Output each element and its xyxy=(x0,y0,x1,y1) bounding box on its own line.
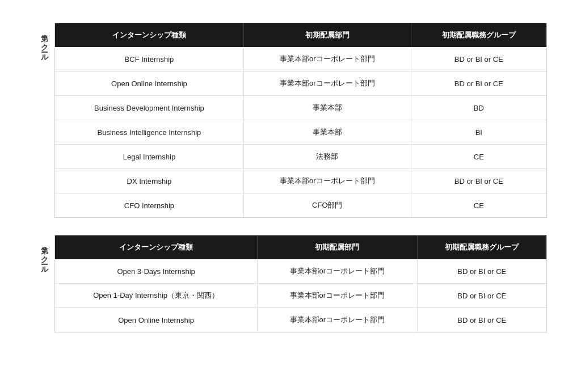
table-cell-2-0: Business Development Internship xyxy=(55,96,243,120)
table-cell-1-0: Open Online Internship xyxy=(55,71,243,96)
table-row: BCF Internship事業本部orコーポレート部門BD or BI or … xyxy=(55,47,546,71)
table-row: Open Online Internship事業本部orコーポレート部門BD o… xyxy=(55,308,546,332)
table-row: Business Development Internship事業本部BD xyxy=(55,96,546,120)
table-row: Open Online Internship事業本部orコーポレート部門BD o… xyxy=(55,71,546,96)
section-1: 第１クールインターンシップ種類初期配属部門初期配属職務グループBCF Inter… xyxy=(34,23,547,218)
table-cell-4-1: 法務部 xyxy=(243,145,411,169)
table-cell-2-2: BD xyxy=(411,96,546,120)
table-cell-1-2: BD or BI or CE xyxy=(411,71,546,96)
col-header-2: 初期配属職務グループ xyxy=(417,235,546,259)
col-header-1: 初期配属部門 xyxy=(243,23,411,47)
table-cell-6-0: CFO Internship xyxy=(55,193,243,218)
table-row: Legal Internship法務部CE xyxy=(55,145,546,169)
table-cell-3-1: 事業本部 xyxy=(243,120,411,145)
table-row: DX Internship事業本部orコーポレート部門BD or BI or C… xyxy=(55,169,546,193)
col-header-1: 初期配属部門 xyxy=(258,235,417,259)
table-cell-5-0: DX Internship xyxy=(55,169,243,193)
table-cell-0-1: 事業本部orコーポレート部門 xyxy=(243,47,411,71)
table-cell-5-2: BD or BI or CE xyxy=(411,169,546,193)
table-cell-6-1: CFO部門 xyxy=(243,193,411,218)
table-cell-2-1: 事業本部orコーポレート部門 xyxy=(258,308,417,332)
table-cell-1-1: 事業本部orコーポレート部門 xyxy=(243,71,411,96)
table-cell-2-1: 事業本部 xyxy=(243,96,411,120)
table-cell-2-0: Open Online Internship xyxy=(55,308,258,332)
table-cell-6-2: CE xyxy=(411,193,546,218)
col-header-2: 初期配属職務グループ xyxy=(411,23,546,47)
table-cell-2-2: BD or BI or CE xyxy=(417,308,546,332)
table-row: Open 3-Days Internship事業本部orコーポレート部門BD o… xyxy=(55,259,546,284)
table-row: CFO InternshipCFO部門CE xyxy=(55,193,546,218)
table-cell-0-2: BD or BI or CE xyxy=(417,259,546,284)
table-cell-1-1: 事業本部orコーポレート部門 xyxy=(258,284,417,308)
section-label-2: 第２クール xyxy=(34,235,54,276)
section-2: 第２クールインターンシップ種類初期配属部門初期配属職務グループOpen 3-Da… xyxy=(34,235,547,332)
table-cell-4-0: Legal Internship xyxy=(55,145,243,169)
table-cell-0-2: BD or BI or CE xyxy=(411,47,546,71)
table-cell-1-0: Open 1-Day Internship（東京・関西） xyxy=(55,284,258,308)
table-cell-3-2: BI xyxy=(411,120,546,145)
table-wrapper-2: インターンシップ種類初期配属部門初期配属職務グループOpen 3-Days In… xyxy=(54,235,547,332)
table-1: インターンシップ種類初期配属部門初期配属職務グループBCF Internship… xyxy=(55,23,546,217)
table-row: Open 1-Day Internship（東京・関西）事業本部orコーポレート… xyxy=(55,284,546,308)
table-cell-0-0: Open 3-Days Internship xyxy=(55,259,258,284)
table-cell-1-2: BD or BI or CE xyxy=(417,284,546,308)
section-label-1: 第１クール xyxy=(34,23,54,64)
table-2: インターンシップ種類初期配属部門初期配属職務グループOpen 3-Days In… xyxy=(55,235,546,332)
table-cell-3-0: Business Intelligence Internship xyxy=(55,120,243,145)
table-cell-4-2: CE xyxy=(411,145,546,169)
table-cell-5-1: 事業本部orコーポレート部門 xyxy=(243,169,411,193)
table-cell-0-1: 事業本部orコーポレート部門 xyxy=(258,259,417,284)
col-header-0: インターンシップ種類 xyxy=(55,23,243,47)
page-wrapper: 第１クールインターンシップ種類初期配属部門初期配属職務グループBCF Inter… xyxy=(11,11,570,344)
table-cell-0-0: BCF Internship xyxy=(55,47,243,71)
table-wrapper-1: インターンシップ種類初期配属部門初期配属職務グループBCF Internship… xyxy=(54,23,547,218)
table-row: Business Intelligence Internship事業本部BI xyxy=(55,120,546,145)
col-header-0: インターンシップ種類 xyxy=(55,235,258,259)
